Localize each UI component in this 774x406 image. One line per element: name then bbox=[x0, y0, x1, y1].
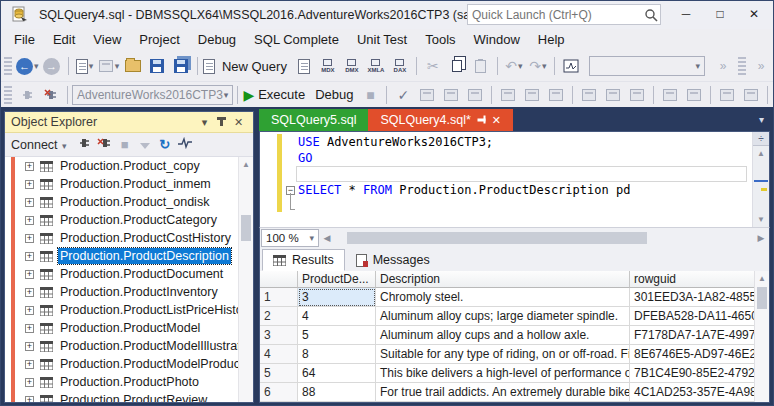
new-xmla-query-button[interactable]: XMLA bbox=[365, 57, 387, 75]
uncomment-button[interactable] bbox=[683, 84, 705, 106]
new-database-engine-query-button[interactable] bbox=[293, 55, 315, 77]
toolbar-grip[interactable] bbox=[4, 57, 12, 75]
grid-cell[interactable]: 88 bbox=[298, 383, 376, 402]
minimize-button[interactable]: ─ bbox=[669, 1, 703, 27]
split-editor-handle[interactable]: ÷ bbox=[753, 132, 769, 146]
open-file-button[interactable] bbox=[122, 55, 144, 77]
menu-window[interactable]: Window bbox=[465, 29, 529, 51]
estimated-plan-button[interactable] bbox=[416, 84, 438, 106]
row-number-cell[interactable]: 4 bbox=[260, 345, 298, 364]
toolbar-combo[interactable]: ▾ bbox=[589, 56, 705, 76]
tree-item-selected[interactable]: +Production.ProductDescription bbox=[5, 247, 253, 265]
grid-cell[interactable]: 7B1C4E90-85E2-4792- bbox=[630, 364, 769, 383]
activity-monitor-button[interactable] bbox=[560, 55, 582, 77]
maximize-button[interactable]: □ bbox=[703, 1, 737, 27]
change-connection-button[interactable] bbox=[40, 84, 62, 106]
menu-view[interactable]: View bbox=[84, 29, 130, 51]
grid-cell[interactable]: This bike delivers a high-level of perfo… bbox=[376, 364, 630, 383]
tree-item[interactable]: +Production.ProductModelProductDesc bbox=[5, 355, 253, 373]
column-header-description[interactable]: Description bbox=[376, 271, 630, 288]
menu-project[interactable]: Project bbox=[130, 29, 188, 51]
tree-item[interactable]: +Production.Product_copy bbox=[5, 157, 253, 175]
tree-item[interactable]: +Production.ProductReview bbox=[5, 391, 253, 402]
toolbar-overflow-button[interactable]: » bbox=[750, 55, 772, 77]
tree-item[interactable]: +Production.ProductListPriceHistory bbox=[5, 301, 253, 319]
include-client-stats-button[interactable] bbox=[545, 84, 567, 106]
quick-launch-box[interactable] bbox=[467, 4, 661, 25]
undo-button[interactable]: ↶▾ bbox=[503, 55, 525, 77]
paste-button[interactable] bbox=[470, 55, 492, 77]
tab-results[interactable]: Results bbox=[262, 249, 345, 271]
connect-query-button[interactable] bbox=[16, 84, 38, 106]
include-actual-plan-button[interactable] bbox=[521, 84, 543, 106]
menu-tools[interactable]: Tools bbox=[416, 29, 464, 51]
grid-cell[interactable]: 64 bbox=[298, 364, 376, 383]
tree-item[interactable]: +Production.ProductModelIllustration bbox=[5, 337, 253, 355]
tab-close-icon[interactable]: ✕ bbox=[492, 114, 501, 127]
decrease-indent-button[interactable] bbox=[716, 84, 738, 106]
grid-cell[interactable]: DFEBA528-DA11-4650 bbox=[630, 307, 769, 326]
filter-icon[interactable] bbox=[135, 137, 155, 152]
add-item-button[interactable]: ▾ bbox=[98, 55, 120, 77]
hscroll-right-icon[interactable]: ▶ bbox=[753, 233, 769, 243]
window-position-icon[interactable]: ▾ bbox=[196, 116, 213, 129]
tree-item[interactable]: +Production.Product_ondisk bbox=[5, 193, 253, 211]
live-query-stats-button[interactable] bbox=[440, 84, 462, 106]
menu-debug[interactable]: Debug bbox=[189, 29, 245, 51]
tree-item[interactable]: +Production.ProductCategory bbox=[5, 211, 253, 229]
search-icon[interactable] bbox=[642, 8, 660, 22]
grid-cell[interactable]: 4C1AD253-357E-4A98 bbox=[630, 383, 769, 402]
refresh-icon[interactable]: ↻ bbox=[155, 137, 175, 152]
grid-cell[interactable]: 8E6746E5-AD97-46E2- bbox=[630, 345, 769, 364]
tab-list-dropdown-icon[interactable]: ▾ bbox=[759, 114, 764, 125]
tab-sqlquery5[interactable]: SQLQuery5.sql bbox=[259, 109, 368, 131]
grid-scrollbar[interactable]: ▲ bbox=[754, 271, 769, 402]
pin-icon[interactable] bbox=[213, 116, 230, 128]
scrollbar-thumb[interactable] bbox=[241, 215, 251, 241]
column-header-rowguid[interactable]: rowguid bbox=[630, 271, 769, 288]
row-number-cell[interactable]: 6 bbox=[260, 383, 298, 402]
results-to-file-button[interactable] bbox=[626, 84, 648, 106]
grid-cell[interactable]: 5 bbox=[298, 326, 376, 345]
cut-button[interactable]: ✂ bbox=[422, 55, 444, 77]
activity-pulse-icon[interactable] bbox=[175, 137, 195, 152]
grid-cell[interactable]: Aluminum alloy cups and a hollow axle. bbox=[376, 326, 630, 345]
tab-sqlquery4-active[interactable]: SQLQuery4.sql* ✕ bbox=[368, 109, 513, 131]
execute-button[interactable]: ▶Execute bbox=[243, 84, 309, 106]
tree-item[interactable]: +Production.ProductDocument bbox=[5, 265, 253, 283]
comment-button[interactable] bbox=[659, 84, 681, 106]
menu-file[interactable]: File bbox=[5, 29, 44, 51]
disconnect-plug-icon[interactable] bbox=[95, 137, 115, 153]
grid-cell[interactable]: 8 bbox=[298, 345, 376, 364]
menu-help[interactable]: Help bbox=[529, 29, 574, 51]
save-all-button[interactable] bbox=[170, 55, 192, 77]
stop-icon[interactable]: ■ bbox=[115, 137, 135, 152]
close-button[interactable]: ✕ bbox=[737, 1, 771, 27]
tree-item[interactable]: +Production.ProductInventory bbox=[5, 283, 253, 301]
menu-edit[interactable]: Edit bbox=[44, 29, 84, 51]
toolbar-overflow-button[interactable]: » bbox=[712, 55, 734, 77]
new-dax-query-button[interactable]: DAX bbox=[389, 57, 411, 75]
grid-cell[interactable]: Aluminum alloy cups; large diameter spin… bbox=[376, 307, 630, 326]
code-line-1[interactable]: USE AdventureWorks2016CTP3; bbox=[298, 134, 749, 150]
parse-button[interactable]: ✓ bbox=[392, 84, 414, 106]
new-project-button[interactable]: ▾ bbox=[74, 55, 96, 77]
row-number-cell[interactable]: 3 bbox=[260, 326, 298, 345]
tree-item[interactable]: +Production.Product_inmem bbox=[5, 175, 253, 193]
navigate-forward-button[interactable]: → bbox=[41, 55, 63, 77]
tree-scrollbar[interactable]: ▲ bbox=[238, 157, 253, 402]
save-button[interactable] bbox=[146, 55, 168, 77]
results-to-grid-button[interactable] bbox=[602, 84, 624, 106]
connect-button[interactable]: Connect ▾ bbox=[11, 138, 67, 152]
quick-launch-input[interactable] bbox=[468, 8, 642, 22]
editor-scrollbar[interactable]: ÷ ▲ ▼ bbox=[752, 132, 769, 227]
code-editor[interactable]: USE AdventureWorks2016CTP3; GO SELECT * … bbox=[259, 131, 770, 227]
grid-cell-selected[interactable]: 3 bbox=[298, 288, 376, 307]
database-selector[interactable]: AdventureWorks2016CTP3 ▾ bbox=[72, 85, 233, 105]
intellisense-button[interactable] bbox=[497, 84, 519, 106]
increase-indent-button[interactable] bbox=[740, 84, 762, 106]
tree-item[interactable]: +Production.ProductPhoto bbox=[5, 373, 253, 391]
editor-hscrollbar[interactable] bbox=[335, 231, 755, 245]
grid-corner-cell[interactable] bbox=[260, 271, 298, 288]
new-dmx-query-button[interactable]: DMX bbox=[341, 57, 363, 75]
